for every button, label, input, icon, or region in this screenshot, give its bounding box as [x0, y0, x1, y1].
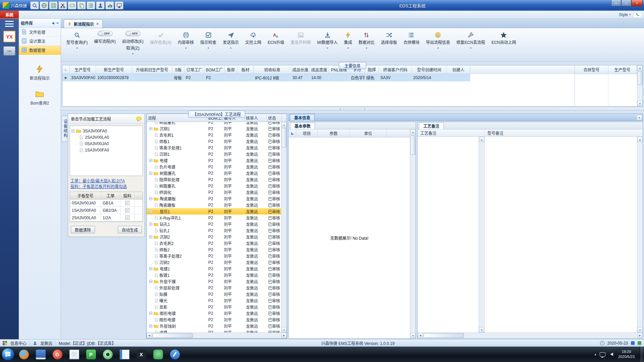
- dropdown-arrow-icon[interactable]: ▾: [76, 47, 78, 51]
- column-header[interactable]: 型号创建时间: [412, 65, 447, 74]
- tree-expander-icon[interactable]: [149, 324, 152, 327]
- feed-checkbox[interactable]: ✓: [125, 201, 129, 205]
- process-row-step[interactable]: 显影P2刘平龙敦远已审核: [147, 304, 281, 310]
- process-row-step[interactable]: 终固化P2刘平龙敦远已审核: [147, 189, 281, 195]
- column-header[interactable]: 验收标准: [254, 65, 291, 74]
- info-center-icon[interactable]: [3, 341, 7, 346]
- taskbar-notebook-icon[interactable]: [117, 348, 132, 361]
- column-header[interactable]: 成品宽度: [310, 65, 329, 74]
- dropdown-arrow-icon[interactable]: ▾: [327, 47, 328, 51]
- scroll-up-icon[interactable]: ▲: [637, 65, 643, 71]
- info-column-header[interactable]: 参数: [318, 129, 350, 137]
- taskbar-camera-icon[interactable]: [100, 348, 115, 361]
- scroll-down-icon[interactable]: ▼: [637, 327, 643, 333]
- merge-model-header[interactable]: 合拼型号: [575, 65, 608, 74]
- process-row-step[interactable]: 阻焊前处理P2刘平龙敦远已审核: [147, 176, 281, 183]
- auto-generate-button[interactable]: 自动生成: [118, 226, 142, 233]
- mi-data-import-button[interactable]: MI数据导入▾: [317, 31, 337, 51]
- taskbar-gbrowser-icon[interactable]: [50, 348, 65, 361]
- process-row-step[interactable]: 树脂塞孔P2刘平龙敦远已审核: [147, 183, 281, 189]
- clear-data-button[interactable]: 数据清除: [71, 226, 95, 233]
- dropdown-arrow-icon[interactable]: ▾: [470, 47, 472, 51]
- horizontal-splitter[interactable]: ▴·········▾: [61, 107, 644, 110]
- scroll-down-icon[interactable]: ▼: [281, 327, 287, 333]
- process-row-step[interactable]: X-Ray冲孔1P2刘平龙敦远已审核: [147, 215, 281, 221]
- column-header[interactable]: 创建人: [447, 65, 470, 74]
- taskbar-appx-icon[interactable]: [134, 348, 149, 361]
- sidebar-item-design-algorithms[interactable]: 设计算法: [19, 37, 61, 46]
- column-header[interactable]: 订单工厂: [184, 65, 205, 74]
- tree-expander-icon[interactable]: [149, 235, 152, 238]
- drive-icon[interactable]: [68, 1, 76, 9]
- system-tab[interactable]: 系统: [0, 11, 19, 18]
- merge-module-button[interactable]: 合拼模块: [404, 31, 420, 51]
- process-row-group[interactable]: 钻孔1P2刘平龙敦远已审核: [147, 221, 281, 227]
- production-model-header[interactable]: 生产型号: [608, 65, 637, 74]
- process-row-step[interactable]: 等离子处理2P2刘平龙敦远已审核: [147, 253, 281, 259]
- process-row-step[interactable]: 图形电镀P2刘平龙敦远已审核: [147, 316, 281, 323]
- dropdown-arrow-icon[interactable]: ▾: [366, 47, 367, 51]
- globe-icon[interactable]: [40, 1, 48, 9]
- scroll-down-icon[interactable]: ▼: [410, 333, 416, 338]
- sidebar-item-data-management[interactable]: 数据管理: [19, 46, 61, 55]
- main-grid-vscrollbar[interactable]: ▲ ▼: [637, 65, 643, 106]
- column-header[interactable]: 生产型号: [70, 65, 96, 74]
- dropdown-arrow-icon[interactable]: ▾: [185, 47, 186, 51]
- scissors-icon[interactable]: [58, 1, 67, 9]
- notes-hscrollbar[interactable]: ◀ ▶: [418, 333, 643, 338]
- scroll-left-icon[interactable]: ◀: [147, 333, 152, 338]
- user-icon[interactable]: [96, 1, 105, 9]
- tree-node-child[interactable]: 2SA3V00LA0: [71, 134, 141, 140]
- tab-close-icon[interactable]: ✕: [96, 22, 99, 26]
- minimize-button[interactable]: —: [611, 0, 621, 6]
- process-row-step[interactable]: 沉铜1P2刘平龙敦远已审核: [147, 151, 281, 157]
- process-row-step[interactable]: 负片电镀P2刘平龙敦远已审核: [147, 164, 281, 170]
- tree-expander-icon[interactable]: [71, 129, 74, 132]
- column-header[interactable]: 成品长度: [291, 65, 310, 74]
- taskbar-feather-icon[interactable]: [167, 348, 182, 361]
- tree-expander-icon[interactable]: [149, 127, 152, 130]
- subboard-row[interactable]: 2SA3V00LA01/2A✓: [70, 214, 143, 222]
- tree-expander-icon[interactable]: [149, 197, 152, 200]
- scroll-track[interactable]: [479, 142, 484, 327]
- tray-expand-icon[interactable]: ▲: [594, 353, 597, 356]
- tab-new-process-instruction[interactable]: 新流程指示 ✕: [64, 19, 103, 28]
- process-row-group[interactable]: 电镀P2刘平龙敦远已审核: [147, 157, 281, 164]
- process-row-step[interactable]: 烘板1P2刘平龙敦远已审核: [147, 138, 281, 144]
- status-mini-icon-green[interactable]: [638, 341, 641, 345]
- phone-icon[interactable]: [633, 12, 642, 18]
- tree-node-child[interactable]: 1SA3V00FA0: [71, 147, 141, 153]
- yx-logo-icon[interactable]: YX: [3, 31, 15, 42]
- taskbar-appp-icon[interactable]: [84, 348, 98, 361]
- volume-icon[interactable]: [608, 353, 613, 356]
- tree-expander-icon[interactable]: [149, 280, 152, 283]
- dropdown-arrow-icon[interactable]: ▾: [437, 47, 439, 51]
- tree-node-child[interactable]: 0SA3V00JA0: [71, 140, 141, 147]
- process-row-group[interactable]: 层压1P2刘平龙敦远已审核: [147, 208, 281, 215]
- scroll-right-icon[interactable]: ▶: [637, 333, 643, 338]
- process-note-area[interactable]: ▲ ▼: [418, 137, 485, 333]
- scroll-thumb[interactable]: [282, 128, 286, 147]
- process-column-header[interactable]: 状态: [267, 114, 282, 122]
- dropdown-arrow-icon[interactable]: ▾: [230, 47, 231, 51]
- scroll-track[interactable]: [637, 71, 643, 101]
- taskbar-notepad-icon[interactable]: [67, 348, 82, 361]
- process-row-step[interactable]: 退膜P2刘平龙敦远已审核: [147, 329, 281, 333]
- send-instruction-button[interactable]: 发送指示▾: [223, 31, 239, 51]
- show-desktop-button[interactable]: [640, 347, 643, 362]
- select-motherboard-button[interactable]: 选择母板: [381, 31, 397, 51]
- ecn-upgrade-button[interactable]: AAECN升级: [268, 31, 284, 51]
- info-vscrollbar[interactable]: ▲ ▼: [410, 129, 416, 338]
- pin-icon[interactable]: ➜: [56, 21, 59, 25]
- scroll-down-icon[interactable]: ▼: [637, 101, 643, 106]
- chart-icon[interactable]: [105, 1, 114, 9]
- process-row-step[interactable]: 烘板2P2刘平龙敦远已审核: [147, 246, 281, 253]
- dropdown-arrow-icon[interactable]: ▾: [132, 52, 133, 56]
- write-flow-button[interactable]: OFF编写流程(R): [94, 31, 116, 50]
- maximize-button[interactable]: □: [621, 0, 631, 6]
- doc-upload-button[interactable]: 文控上网: [245, 31, 261, 51]
- machine-icon[interactable]: csc: [3, 46, 15, 56]
- process-row-step[interactable]: 钻孔1P2刘平龙敦远已审核: [147, 227, 281, 234]
- process-vscrollbar[interactable]: ▲ ▼: [281, 122, 287, 333]
- column-header[interactable]: 板厚: [225, 65, 237, 74]
